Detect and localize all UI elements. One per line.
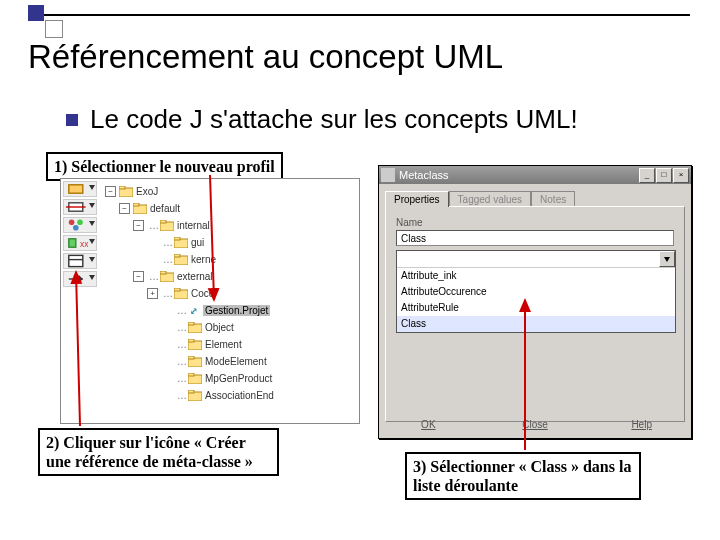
tool-icon-2[interactable] [63,199,97,215]
option[interactable]: AttributeRule [397,300,675,316]
svg-point-4 [77,219,83,225]
svg-rect-31 [188,356,194,359]
tree-connector: … [149,271,158,282]
tree-label: MpGenProduct [205,373,272,384]
metaclass-dialog: Metaclass _ □ × Properties Tagged values… [378,165,692,439]
dropdown-button[interactable] [659,251,675,267]
folder-icon [188,390,202,401]
svg-rect-27 [188,322,194,325]
tree-node[interactable]: … Element [105,336,355,353]
tree-node[interactable]: … ModeElement [105,353,355,370]
expander-icon[interactable]: − [105,186,116,197]
name-dropdown[interactable]: Attribute_ink AttributeOccurence Attribu… [396,250,676,333]
bullet-icon [66,114,78,126]
option-class[interactable]: Class [397,316,675,332]
tree-connector: … [163,254,172,265]
step1-box: 1) Sélectionner le nouveau profil [46,152,283,181]
step3-box: 3) Sélectionner « Class » dans la liste … [405,452,641,500]
tool-icon-3[interactable] [63,217,97,233]
titlebar[interactable]: Metaclass _ □ × [379,166,691,184]
tree-node[interactable]: … MpGenProduct [105,370,355,387]
folder-icon [174,288,188,299]
svg-rect-29 [188,339,194,342]
expander-icon[interactable]: − [133,271,144,282]
tree-node-selected[interactable]: … ⤢ Gestion.Projet [105,302,355,319]
tree-node[interactable]: + … Coce [105,285,355,302]
svg-marker-11 [79,275,83,283]
folder-icon [188,373,202,384]
tree-label: external [177,271,213,282]
header-square-filled [28,5,44,21]
svg-rect-15 [133,203,139,206]
tree-connector: … [163,288,172,299]
chevron-down-icon [664,257,670,262]
tree-connector: … [177,356,186,367]
option[interactable]: Attribute_ink [397,268,675,284]
maximize-button[interactable]: □ [656,168,672,183]
svg-rect-21 [174,254,180,257]
tree-connector: … [177,373,186,384]
tree-node[interactable]: … AssociationEnd [105,387,355,404]
svg-rect-23 [160,271,166,274]
step3-label: 3) Sélectionner « Class » dans la liste … [413,458,631,494]
tree-connector: … [177,390,186,401]
expander-icon[interactable]: − [133,220,144,231]
minimize-button[interactable]: _ [639,168,655,183]
svg-rect-35 [188,390,194,393]
step1-label: 1) Sélectionner le nouveau profil [54,158,275,175]
tree-label: internal [177,220,210,231]
tool-icon-metaclass[interactable] [63,253,97,269]
tree-node[interactable]: − default [105,200,355,217]
folder-icon [119,186,133,197]
svg-point-5 [73,225,79,231]
step2-label: 2) Cliquer sur l'icône « Créer une référ… [46,434,253,470]
svg-rect-25 [174,288,180,291]
tree-node[interactable]: − … external [105,268,355,285]
tree-node[interactable]: − … internal [105,217,355,234]
tree-node-root[interactable]: − ExoJ [105,183,355,200]
tab-notes[interactable]: Notes [531,191,575,207]
folder-icon [188,356,202,367]
close-button[interactable]: × [673,168,689,183]
dialog-title: Metaclass [399,169,635,181]
tree-node[interactable]: … Object [105,319,355,336]
svg-rect-0 [69,185,83,193]
tree-panel: xx − ExoJ − default − … internal … gui [60,178,360,424]
tree-label: default [150,203,180,214]
tab-strip: Properties Tagged values Notes [385,190,685,206]
tree-node[interactable]: … gui [105,234,355,251]
tree-label: Element [205,339,242,350]
svg-rect-19 [174,237,180,240]
tree-label: Object [205,322,234,333]
tab-tagged-values[interactable]: Tagged values [449,191,532,207]
toolbar: xx [63,181,101,287]
tab-properties[interactable]: Properties [385,191,449,207]
app-icon [381,168,395,182]
option[interactable]: AttributeOccurence [397,284,675,300]
folder-icon [160,220,174,231]
tree-node[interactable]: … kerne [105,251,355,268]
svg-rect-6 [69,239,76,247]
name-input[interactable] [396,230,674,246]
folder-icon [174,237,188,248]
tab-body: Name Attribute_ink AttributeOccurence At… [385,206,685,422]
dialog-buttons: OK Close Help [385,417,685,432]
close-dialog-button[interactable]: Close [492,417,579,432]
help-button[interactable]: Help [598,417,685,432]
expander-icon[interactable]: + [147,288,158,299]
tree: − ExoJ − default − … internal … gui … [105,183,355,419]
tool-icon-6[interactable] [63,271,97,287]
tree-label: ExoJ [136,186,158,197]
tree-connector: … [177,339,186,350]
svg-rect-13 [119,186,125,189]
step2-box: 2) Cliquer sur l'icône « Créer une référ… [38,428,279,476]
expander-icon[interactable]: − [119,203,130,214]
page-title: Référencement au concept UML [28,38,503,76]
folder-icon [160,271,174,282]
name-label: Name [396,217,674,228]
tool-icon-4[interactable]: xx [63,235,97,251]
svg-rect-8 [69,255,83,266]
folder-icon [174,254,188,265]
tool-icon-1[interactable] [63,181,97,197]
ok-button[interactable]: OK [385,417,472,432]
